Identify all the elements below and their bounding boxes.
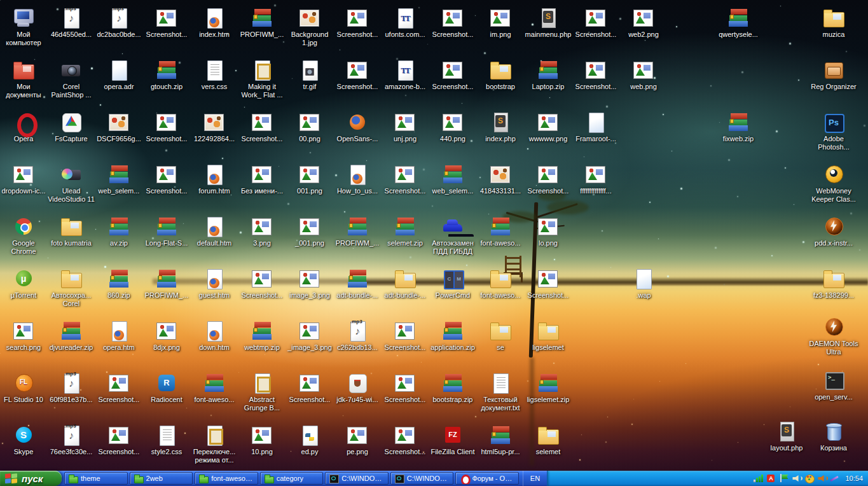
desktop-icon-daemon[interactable]: DAEMON ToolsUltra (809, 316, 858, 356)
green-flag-icon[interactable] (779, 474, 789, 483)
desktop-icon-image[interactable]: Screenshot... (142, 111, 191, 143)
desktop-icon-rar[interactable]: av.zip (95, 215, 143, 247)
desktop-icon-blankdoc[interactable]: opera.adr (95, 59, 143, 91)
desktop-icon-image[interactable]: _image_3.png (286, 319, 334, 352)
desktop-icon-textdoc[interactable]: Текстовыйдокумент.txt (476, 371, 525, 412)
language-indicator[interactable]: EN (523, 471, 547, 486)
desktop-icon-blankdoc[interactable]: .wap (619, 267, 668, 300)
desktop-icon-camera[interactable]: CorelPaintShop ... (47, 59, 95, 99)
desktop-icon-videocam[interactable]: UleadVideoStudio 11 (47, 163, 95, 204)
desktop-icon-mycomputer[interactable]: Мойкомпьютер (0, 6, 48, 47)
desktop-icon-folder[interactable]: foto kumatria (47, 215, 95, 247)
desktop-icon-python[interactable]: ed.py (286, 424, 334, 456)
desktop-icon-image-flower[interactable]: DSCF9656g... (95, 111, 143, 143)
desktop-icon-rar[interactable]: Laptop.zip (524, 59, 572, 91)
desktop-icon-rar[interactable]: 860.zip (95, 267, 143, 300)
desktop-icon-image[interactable]: ffffffffffffff... (572, 163, 620, 195)
task-button[interactable]: theme (64, 472, 128, 485)
desktop-icon-image[interactable]: Screenshot... (524, 163, 572, 195)
desktop-icon-textdoc[interactable]: style2.css (142, 424, 191, 456)
desktop-icon-rar[interactable]: gtouch.zip (142, 59, 191, 91)
desktop-icon-rar[interactable]: PROFIWM_... (142, 267, 191, 300)
desktop-icon-mp3[interactable]: .mp3c262bdb13... (333, 319, 382, 352)
desktop-icon-image[interactable]: Screenshot... (95, 424, 143, 456)
desktop-icon-firefox-page[interactable]: default.htm (190, 215, 238, 247)
desktop-icon-folder[interactable]: bootstrap (476, 59, 525, 91)
desktop-icon-car[interactable]: АвтоэкзаменПДД ГИБДД (429, 215, 477, 256)
task-button[interactable]: Форум - Opera (455, 472, 519, 485)
desktop-icon-rar[interactable]: ligselemet.zip (524, 371, 572, 404)
desktop-icon-textdoc[interactable]: vers.css (190, 59, 238, 91)
pen-tablet-icon[interactable] (830, 474, 840, 483)
desktop-icon-image[interactable]: dropdown-ic... (0, 163, 48, 195)
desktop-icon-image[interactable]: 10.png (238, 424, 286, 456)
desktop-icon-powercmd[interactable]: PowerCmd (429, 267, 477, 300)
desktop-icon-folder[interactable]: Автосохра...Corel (47, 267, 95, 308)
desktop-icon-image[interactable]: _001.png (286, 215, 334, 247)
desktop-icon-frame[interactable]: Making itWork_ Flat ... (238, 59, 286, 99)
desktop-icon-image[interactable]: lo.png (524, 215, 572, 247)
desktop-icon-radiocent[interactable]: Radiocent (142, 371, 191, 404)
desktop-icon-rar[interactable]: selemet.zip (381, 215, 429, 247)
desktop-icon-image[interactable]: 3.png (238, 215, 286, 247)
desktop-icon-image-flower[interactable]: 418433131... (476, 163, 525, 195)
desktop-icon-image[interactable]: Без имени-... (238, 163, 286, 195)
desktop-icon-folder-red[interactable]: Моидокументы (0, 59, 48, 99)
desktop-icon-rar[interactable]: fixweb.zip (714, 111, 762, 143)
desktop-icon-folder[interactable]: muzica (809, 6, 858, 39)
desktop-icon-image[interactable]: wwwww.png (524, 111, 572, 143)
desktop-icon-daemon[interactable]: pdd.x-instr... (809, 215, 858, 247)
desktop-icon-image[interactable]: Screenshot... (238, 267, 286, 300)
desktop-icon-image[interactable]: Screenshot... (429, 59, 477, 91)
desktop-icon-image[interactable]: unj.png (381, 111, 429, 143)
desktop-icon-recycle[interactable]: Корзина (809, 420, 858, 452)
desktop-icon-filezilla[interactable]: FileZilla Client (429, 424, 477, 456)
desktop-icon-chrome[interactable]: GoogleChrome (0, 215, 48, 256)
desktop-icon-mp3[interactable]: .mp360f981e37b... (47, 371, 95, 404)
desktop-icon-sublime[interactable]: layout.php (762, 420, 811, 452)
desktop-icon-image[interactable]: Screenshot... (142, 163, 191, 195)
desktop-icon-blankdoc[interactable]: Framaroot-... (572, 111, 620, 143)
desktop-icon-image[interactable]: Screenshot... (524, 267, 572, 300)
desktop-icon-image[interactable]: Screenshot... (95, 371, 143, 404)
task-button[interactable]: C:\WINDOWS\syst... (325, 472, 389, 485)
desktop-icon-gif[interactable]: tr.gif (286, 59, 334, 91)
desktop-icon-firefox-page[interactable]: How_to_us... (333, 163, 382, 195)
desktop-icon-webmoney[interactable]: WebMoneyKeeper Clas... (809, 163, 858, 204)
desktop-icon-rar[interactable]: PROFIWM_... (333, 215, 382, 247)
desktop-icon-ps[interactable]: AdobePhotosh... (809, 111, 858, 151)
desktop-icon-image-flower[interactable]: 122492864... (190, 111, 238, 143)
adobe-updater-icon[interactable] (766, 474, 776, 483)
desktop-icon-image[interactable]: 8djx.png (142, 319, 191, 352)
desktop-icon-frame[interactable]: Переключе...режима от... (190, 424, 238, 464)
desktop-icon-opera[interactable]: Opera (0, 111, 48, 143)
signal-bars-icon[interactable] (754, 474, 764, 483)
desktop-icon-rar[interactable]: application.zip (429, 319, 477, 352)
desktop-icon-rar[interactable]: djvureader.zip (47, 319, 95, 352)
desktop-icon-mp3[interactable]: .mp346d4550ed... (47, 6, 95, 39)
desktop-icon-firefox-page[interactable]: index.htm (190, 6, 238, 39)
volume-icon[interactable] (792, 474, 802, 483)
desktop-icon-image[interactable]: Screenshot... (381, 371, 429, 404)
desktop-icon-sublime[interactable]: index.php (476, 111, 525, 143)
desktop-icon-image[interactable]: Screenshot... (238, 111, 286, 143)
desktop-icon-firefox-page[interactable]: guest.htm (190, 267, 238, 300)
desktop-icon-image[interactable]: Screenshot... (381, 163, 429, 195)
desktop-icon-skype[interactable]: Skype (0, 424, 48, 456)
desktop-icon-image[interactable]: Screenshot... (286, 371, 334, 404)
desktop-icon-rar[interactable]: adt-bundle-... (333, 267, 382, 300)
desktop-icon-mp3[interactable]: .mp3dc2bac0bde... (95, 6, 143, 39)
desktop-icon-image[interactable]: Screenshot... (572, 59, 620, 91)
desktop-icon-image[interactable]: image_3.png (286, 267, 334, 300)
desktop-icon-image[interactable]: pe.png (333, 424, 382, 456)
desktop-icon-utorrent[interactable]: µTorrent (0, 267, 48, 300)
desktop-icon-image[interactable]: Screenshot... (333, 59, 382, 91)
desktop-icon-rar[interactable]: bootstrap.zip (429, 371, 477, 404)
desktop-icon-image[interactable]: 440.png (429, 111, 477, 143)
desktop-icon-console[interactable]: open_serv... (809, 369, 858, 401)
start-button[interactable]: пуск (0, 471, 62, 486)
desktop-icon-ttf[interactable]: amazone-b... (381, 59, 429, 91)
desktop-icon-firefox-page[interactable]: opera.htm (95, 319, 143, 352)
desktop-icon-folder[interactable]: se (476, 319, 525, 352)
sound-scheme-icon[interactable] (817, 474, 827, 483)
